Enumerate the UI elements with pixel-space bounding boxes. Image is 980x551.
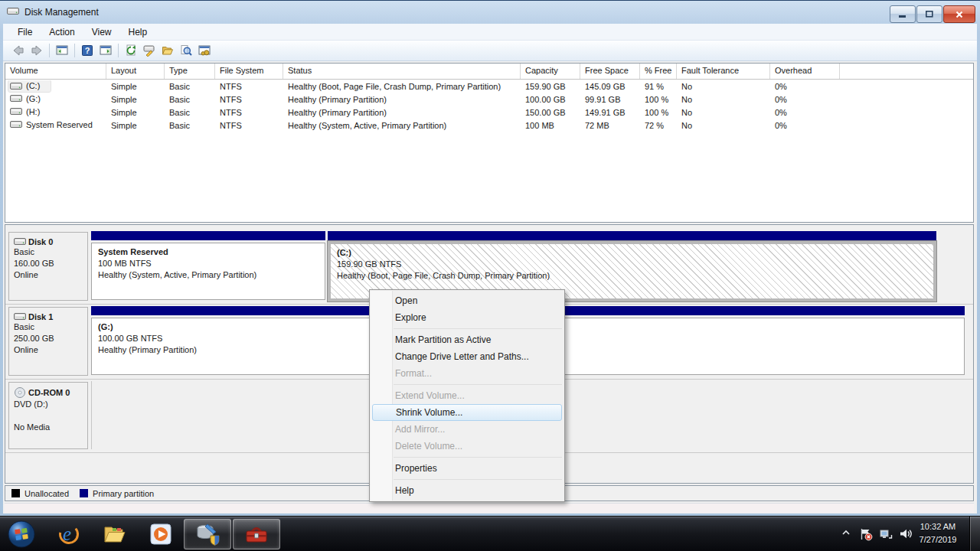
column-header-filler	[840, 64, 973, 79]
show-hidden-icons-button[interactable]	[841, 527, 851, 541]
find-button[interactable]	[177, 42, 195, 59]
minimize-button[interactable]	[890, 5, 916, 23]
refresh-button[interactable]	[122, 42, 140, 59]
menu-item-shrink-volume[interactable]: Shrink Volume...	[372, 404, 562, 421]
volume-row-system-reserved[interactable]: System Reserved Simple Basic NTFS Health…	[5, 119, 973, 132]
disk-size: 160.00 GB	[14, 258, 87, 269]
internet-explorer-icon: e	[57, 522, 81, 546]
show-desktop-button[interactable]	[969, 517, 980, 551]
volume-icon	[10, 93, 22, 103]
menu-file[interactable]: File	[9, 25, 41, 39]
windows-explorer-button[interactable]	[100, 519, 130, 549]
disk1-header[interactable]: Disk 1 Basic 250.00 GB Online	[8, 307, 88, 376]
column-header-type[interactable]: Type	[165, 64, 215, 79]
show-console-tree-button[interactable]	[53, 42, 71, 59]
taskbar-highlight	[0, 517, 980, 517]
start-button[interactable]	[6, 519, 37, 549]
volume-pct-free: 100 %	[640, 95, 677, 104]
forward-button[interactable]	[28, 42, 46, 59]
column-header-volume[interactable]: Volume	[5, 64, 106, 79]
toolbar-separator	[49, 44, 50, 57]
disk-icon	[14, 236, 26, 246]
disk-management-taskbar-button[interactable]	[184, 519, 231, 549]
help-button[interactable]: ?	[78, 42, 96, 59]
menu-separator	[394, 328, 562, 329]
menu-item-help[interactable]: Help	[370, 482, 564, 499]
disk-name: Disk 0	[28, 237, 53, 246]
column-header-capacity[interactable]: Capacity	[521, 64, 580, 79]
menu-help[interactable]: Help	[120, 25, 156, 39]
volume-pct-free: 91 %	[640, 82, 677, 91]
menu-item-change-drive-letter[interactable]: Change Drive Letter and Paths...	[370, 348, 564, 365]
column-header-overhead[interactable]: Overhead	[770, 64, 840, 79]
column-header-fault-tolerance[interactable]: Fault Tolerance	[677, 64, 770, 79]
cd-icon	[14, 386, 26, 399]
titlebar[interactable]: Disk Management	[0, 1, 980, 24]
volume-icon	[10, 119, 22, 129]
menu-view[interactable]: View	[83, 25, 120, 39]
open-button[interactable]	[158, 42, 177, 59]
media-player-button[interactable]	[145, 519, 176, 549]
column-header-free-space[interactable]: Free Space	[580, 64, 640, 79]
menu-item-properties[interactable]: Properties	[370, 460, 564, 477]
volume-fs: NTFS	[215, 121, 283, 130]
show-action-pane-button[interactable]	[96, 42, 115, 59]
close-button[interactable]	[943, 5, 975, 23]
unallocated-label: Unallocated	[24, 489, 69, 498]
clock-date: 7/27/2019	[911, 533, 965, 546]
partition-system-reserved[interactable]: System Reserved 100 MB NTFS Healthy (Sys…	[91, 231, 325, 302]
help-icon: ?	[81, 44, 93, 57]
volume-name: (H:)	[26, 107, 40, 116]
disk0-header[interactable]: Disk 0 Basic 160.00 GB Online	[8, 232, 88, 301]
menu-action[interactable]: Action	[41, 25, 83, 39]
options-button[interactable]	[195, 42, 214, 59]
menu-bar: File Action View Help	[3, 24, 977, 41]
back-button[interactable]	[9, 42, 28, 59]
disk-size: 250.00 GB	[14, 333, 87, 344]
volume-row-h[interactable]: (H:) Simple Basic NTFS Healthy (Primary …	[5, 106, 973, 119]
volume-row-g[interactable]: (G:) Simple Basic NTFS Healthy (Primary …	[5, 93, 973, 106]
magnifier-icon	[180, 44, 192, 57]
maximize-button[interactable]	[916, 5, 942, 23]
volume-fault: No	[677, 95, 770, 104]
network-tray-icon[interactable]	[879, 527, 893, 544]
forward-arrow-icon	[31, 44, 43, 57]
volume-fs: NTFS	[215, 108, 283, 117]
console-tree-icon	[56, 44, 68, 57]
taskbar-clock[interactable]: 10:32 AM 7/27/2019	[911, 520, 965, 546]
volume-layout: Simple	[106, 95, 165, 104]
volume-free: 149.91 GB	[580, 108, 640, 117]
disk-management-icon	[195, 522, 220, 546]
volume-name: System Reserved	[26, 120, 93, 129]
disk-state: Online	[14, 344, 87, 356]
taskbar: e	[0, 516, 980, 551]
menu-item-explore[interactable]: Explore	[370, 309, 564, 326]
menu-item-add-mirror: Add Mirror...	[370, 421, 564, 438]
partition-color-band	[91, 231, 325, 240]
menu-separator	[394, 479, 562, 480]
disk-icon	[14, 311, 26, 321]
column-header-status[interactable]: Status	[283, 64, 521, 79]
unallocated-swatch	[11, 489, 20, 497]
partition-label: (C:)	[337, 247, 933, 259]
maximize-icon	[924, 10, 935, 18]
partition-size: 159.90 GB NTFS	[337, 259, 933, 270]
rescan-disks-button[interactable]	[140, 42, 158, 59]
column-header-file-system[interactable]: File System	[215, 64, 283, 79]
menu-separator	[394, 457, 562, 458]
disk-kind: Basic	[14, 246, 87, 258]
menu-item-open[interactable]: Open	[370, 292, 564, 309]
column-header-pct-free[interactable]: % Free	[640, 64, 677, 79]
flag-icon	[859, 527, 873, 541]
menu-separator	[394, 384, 562, 385]
volume-overhead: 0%	[770, 108, 840, 117]
internet-explorer-button[interactable]: e	[54, 519, 84, 549]
menu-item-mark-partition-active[interactable]: Mark Partition as Active	[370, 331, 564, 348]
action-center-tray-icon[interactable]	[859, 527, 873, 544]
column-header-layout[interactable]: Layout	[106, 64, 165, 79]
media-player-icon	[149, 522, 173, 546]
volume-capacity: 100 MB	[521, 121, 580, 130]
toolbox-taskbar-button[interactable]	[233, 519, 280, 549]
cdrom-header[interactable]: CD-ROM 0 DVD (D:) No Media	[8, 382, 88, 449]
volume-row-c[interactable]: (C:) Simple Basic NTFS Healthy (Boot, Pa…	[5, 80, 973, 93]
